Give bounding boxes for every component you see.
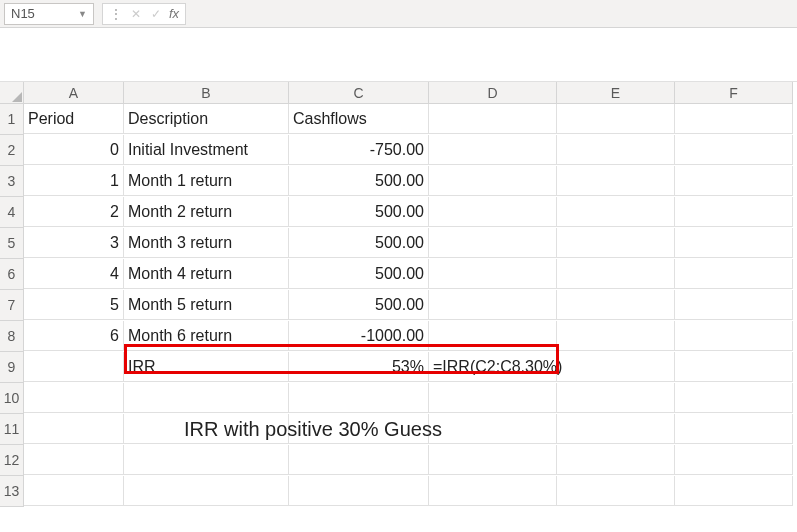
- cell-F1[interactable]: [675, 104, 793, 134]
- cell-A11[interactable]: [24, 414, 124, 444]
- cell-F12[interactable]: [675, 445, 793, 475]
- cell-D8[interactable]: [429, 321, 557, 351]
- cell-E3[interactable]: [557, 166, 675, 196]
- cell-F6[interactable]: [675, 259, 793, 289]
- cell-D12[interactable]: [429, 445, 557, 475]
- row-header[interactable]: 11: [0, 414, 24, 445]
- cell-D7[interactable]: [429, 290, 557, 320]
- formula-input[interactable]: [194, 5, 694, 23]
- row-header[interactable]: 9: [0, 352, 24, 383]
- cell-C3[interactable]: 500.00: [289, 166, 429, 196]
- row-header[interactable]: 13: [0, 476, 24, 507]
- cell-C5[interactable]: 500.00: [289, 228, 429, 258]
- cell-F10[interactable]: [675, 383, 793, 413]
- select-all-corner[interactable]: [0, 82, 24, 104]
- cell-D5[interactable]: [429, 228, 557, 258]
- cell-B5[interactable]: Month 3 return: [124, 228, 289, 258]
- cell-A12[interactable]: [24, 445, 124, 475]
- cell-C7[interactable]: 500.00: [289, 290, 429, 320]
- row-header[interactable]: 10: [0, 383, 24, 414]
- cell-C2[interactable]: -750.00: [289, 135, 429, 165]
- cell-D3[interactable]: [429, 166, 557, 196]
- cell-B8[interactable]: Month 6 return: [124, 321, 289, 351]
- cell-E7[interactable]: [557, 290, 675, 320]
- cell-E12[interactable]: [557, 445, 675, 475]
- spreadsheet[interactable]: A B C D E F 1 Period Description Cashflo…: [0, 82, 797, 507]
- row-header[interactable]: 6: [0, 259, 24, 290]
- cell-C12[interactable]: [289, 445, 429, 475]
- cell-E1[interactable]: [557, 104, 675, 134]
- cell-D4[interactable]: [429, 197, 557, 227]
- cell-E13[interactable]: [557, 476, 675, 506]
- cell-E2[interactable]: [557, 135, 675, 165]
- confirm-icon[interactable]: ✓: [147, 5, 165, 23]
- cell-C1[interactable]: Cashflows: [289, 104, 429, 134]
- chevron-down-icon[interactable]: ▼: [78, 9, 87, 19]
- cell-A5[interactable]: 3: [24, 228, 124, 258]
- col-header-D[interactable]: D: [429, 82, 557, 104]
- cell-D13[interactable]: [429, 476, 557, 506]
- fx-label[interactable]: fx: [167, 6, 181, 21]
- cell-C10[interactable]: [289, 383, 429, 413]
- cell-F2[interactable]: [675, 135, 793, 165]
- cell-C4[interactable]: 500.00: [289, 197, 429, 227]
- col-header-F[interactable]: F: [675, 82, 793, 104]
- col-header-C[interactable]: C: [289, 82, 429, 104]
- row-header[interactable]: 2: [0, 135, 24, 166]
- cell-C9[interactable]: 53%: [289, 352, 429, 382]
- cell-B9[interactable]: IRR: [124, 352, 289, 382]
- cell-F9[interactable]: [675, 352, 793, 382]
- row-header[interactable]: 3: [0, 166, 24, 197]
- cell-E9[interactable]: [557, 352, 675, 382]
- cell-B13[interactable]: [124, 476, 289, 506]
- cell-A9[interactable]: [24, 352, 124, 382]
- cell-A10[interactable]: [24, 383, 124, 413]
- cell-F4[interactable]: [675, 197, 793, 227]
- cell-A6[interactable]: 4: [24, 259, 124, 289]
- cell-C13[interactable]: [289, 476, 429, 506]
- cell-A13[interactable]: [24, 476, 124, 506]
- cell-A1[interactable]: Period: [24, 104, 124, 134]
- cell-B10[interactable]: [124, 383, 289, 413]
- cell-F3[interactable]: [675, 166, 793, 196]
- row-header[interactable]: 4: [0, 197, 24, 228]
- cell-B11[interactable]: IRR with positive 30% Guess: [124, 414, 289, 444]
- col-header-A[interactable]: A: [24, 82, 124, 104]
- cell-B3[interactable]: Month 1 return: [124, 166, 289, 196]
- cell-E5[interactable]: [557, 228, 675, 258]
- cell-F13[interactable]: [675, 476, 793, 506]
- cell-F5[interactable]: [675, 228, 793, 258]
- col-header-B[interactable]: B: [124, 82, 289, 104]
- cell-D1[interactable]: [429, 104, 557, 134]
- row-header[interactable]: 12: [0, 445, 24, 476]
- cell-E4[interactable]: [557, 197, 675, 227]
- row-header[interactable]: 7: [0, 290, 24, 321]
- cell-C6[interactable]: 500.00: [289, 259, 429, 289]
- cell-B6[interactable]: Month 4 return: [124, 259, 289, 289]
- cell-A2[interactable]: 0: [24, 135, 124, 165]
- cell-A3[interactable]: 1: [24, 166, 124, 196]
- cell-A7[interactable]: 5: [24, 290, 124, 320]
- cell-A8[interactable]: 6: [24, 321, 124, 351]
- cell-D11[interactable]: [429, 414, 557, 444]
- row-header[interactable]: 5: [0, 228, 24, 259]
- cell-E6[interactable]: [557, 259, 675, 289]
- cancel-icon[interactable]: ✕: [127, 5, 145, 23]
- cell-A4[interactable]: 2: [24, 197, 124, 227]
- name-box[interactable]: N15 ▼: [4, 3, 94, 25]
- cell-D10[interactable]: [429, 383, 557, 413]
- cell-F11[interactable]: [675, 414, 793, 444]
- cell-D6[interactable]: [429, 259, 557, 289]
- cell-D9[interactable]: =IRR(C2:C8,30%): [429, 352, 557, 382]
- cell-B7[interactable]: Month 5 return: [124, 290, 289, 320]
- cell-E11[interactable]: [557, 414, 675, 444]
- row-header[interactable]: 1: [0, 104, 24, 135]
- col-header-E[interactable]: E: [557, 82, 675, 104]
- cell-B2[interactable]: Initial Investment: [124, 135, 289, 165]
- cell-B1[interactable]: Description: [124, 104, 289, 134]
- cell-F7[interactable]: [675, 290, 793, 320]
- cell-B12[interactable]: [124, 445, 289, 475]
- cell-B4[interactable]: Month 2 return: [124, 197, 289, 227]
- cell-E10[interactable]: [557, 383, 675, 413]
- cell-D2[interactable]: [429, 135, 557, 165]
